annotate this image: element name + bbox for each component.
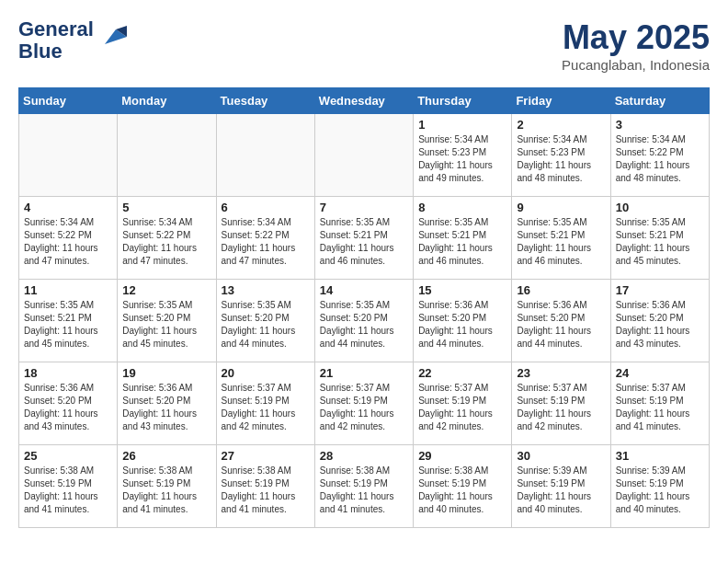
day-number: 9	[517, 201, 605, 214]
calendar-cell: 15Sunrise: 5:36 AMSunset: 5:20 PMDayligh…	[414, 280, 512, 362]
cell-details: Sunrise: 5:37 AMSunset: 5:19 PMDaylight:…	[616, 382, 704, 433]
calendar-cell: 1Sunrise: 5:34 AMSunset: 5:23 PMDaylight…	[414, 114, 512, 197]
day-number: 10	[616, 201, 704, 214]
day-number: 24	[616, 366, 704, 380]
cell-details: Sunrise: 5:36 AMSunset: 5:20 PMDaylight:…	[616, 299, 704, 350]
calendar-week-2: 4Sunrise: 5:34 AMSunset: 5:22 PMDaylight…	[19, 197, 710, 280]
calendar-cell: 22Sunrise: 5:37 AMSunset: 5:19 PMDayligh…	[414, 362, 512, 445]
month-title: May 2025	[562, 18, 710, 57]
calendar-cell: 7Sunrise: 5:35 AMSunset: 5:21 PMDaylight…	[314, 197, 413, 280]
day-number: 20	[222, 366, 310, 380]
day-number: 19	[122, 366, 210, 380]
weekday-header-friday: Friday	[512, 88, 610, 114]
cell-details: Sunrise: 5:37 AMSunset: 5:19 PMDaylight:…	[222, 382, 310, 433]
day-number: 25	[24, 449, 112, 463]
calendar-cell: 21Sunrise: 5:37 AMSunset: 5:19 PMDayligh…	[314, 362, 413, 445]
day-number: 21	[320, 366, 408, 380]
cell-details: Sunrise: 5:36 AMSunset: 5:20 PMDaylight:…	[24, 382, 112, 433]
title-block: May 2025 Pucanglaban, Indonesia	[562, 18, 710, 73]
calendar-cell: 20Sunrise: 5:37 AMSunset: 5:19 PMDayligh…	[216, 362, 314, 445]
day-number: 18	[24, 366, 112, 380]
cell-details: Sunrise: 5:34 AMSunset: 5:22 PMDaylight:…	[616, 133, 704, 185]
calendar-cell: 8Sunrise: 5:35 AMSunset: 5:21 PMDaylight…	[414, 197, 512, 280]
cell-details: Sunrise: 5:38 AMSunset: 5:19 PMDaylight:…	[122, 465, 210, 516]
day-number: 23	[517, 366, 605, 380]
calendar-week-4: 18Sunrise: 5:36 AMSunset: 5:20 PMDayligh…	[19, 362, 710, 445]
location: Pucanglaban, Indonesia	[562, 57, 710, 73]
calendar-cell: 9Sunrise: 5:35 AMSunset: 5:21 PMDaylight…	[512, 197, 610, 280]
calendar-cell: 29Sunrise: 5:38 AMSunset: 5:19 PMDayligh…	[414, 445, 512, 528]
cell-details: Sunrise: 5:34 AMSunset: 5:23 PMDaylight:…	[517, 133, 605, 185]
weekday-header-thursday: Thursday	[414, 88, 512, 114]
calendar-cell: 16Sunrise: 5:36 AMSunset: 5:20 PMDayligh…	[512, 280, 610, 362]
calendar-week-5: 25Sunrise: 5:38 AMSunset: 5:19 PMDayligh…	[19, 445, 710, 528]
weekday-header-sunday: Sunday	[19, 88, 118, 114]
calendar-cell	[216, 114, 314, 197]
cell-details: Sunrise: 5:34 AMSunset: 5:22 PMDaylight:…	[122, 216, 210, 268]
cell-details: Sunrise: 5:34 AMSunset: 5:23 PMDaylight:…	[418, 133, 506, 185]
cell-details: Sunrise: 5:35 AMSunset: 5:20 PMDaylight:…	[222, 299, 310, 350]
day-number: 26	[122, 449, 210, 463]
day-number: 12	[122, 283, 210, 297]
calendar-cell: 27Sunrise: 5:38 AMSunset: 5:19 PMDayligh…	[216, 445, 314, 528]
calendar-cell	[118, 114, 216, 197]
calendar-cell: 11Sunrise: 5:35 AMSunset: 5:21 PMDayligh…	[19, 280, 118, 362]
calendar-cell: 5Sunrise: 5:34 AMSunset: 5:22 PMDaylight…	[118, 197, 216, 280]
cell-details: Sunrise: 5:35 AMSunset: 5:21 PMDaylight:…	[517, 216, 605, 268]
calendar-cell: 31Sunrise: 5:39 AMSunset: 5:19 PMDayligh…	[610, 445, 709, 528]
day-number: 28	[320, 449, 408, 463]
day-number: 11	[24, 283, 112, 297]
cell-details: Sunrise: 5:37 AMSunset: 5:19 PMDaylight:…	[517, 382, 605, 433]
logo: GeneralBlue	[18, 18, 127, 63]
day-number: 16	[517, 283, 605, 297]
day-number: 8	[418, 201, 506, 214]
cell-details: Sunrise: 5:37 AMSunset: 5:19 PMDaylight:…	[320, 382, 408, 433]
cell-details: Sunrise: 5:35 AMSunset: 5:21 PMDaylight:…	[616, 216, 704, 268]
calendar-cell: 25Sunrise: 5:38 AMSunset: 5:19 PMDayligh…	[19, 445, 118, 528]
cell-details: Sunrise: 5:34 AMSunset: 5:22 PMDaylight:…	[222, 216, 310, 268]
calendar-cell: 10Sunrise: 5:35 AMSunset: 5:21 PMDayligh…	[610, 197, 709, 280]
day-number: 22	[418, 366, 506, 380]
cell-details: Sunrise: 5:39 AMSunset: 5:19 PMDaylight:…	[616, 465, 704, 516]
day-number: 29	[418, 449, 506, 463]
day-number: 17	[616, 283, 704, 297]
weekday-header-wednesday: Wednesday	[314, 88, 413, 114]
calendar-cell: 24Sunrise: 5:37 AMSunset: 5:19 PMDayligh…	[610, 362, 709, 445]
calendar-cell: 19Sunrise: 5:36 AMSunset: 5:20 PMDayligh…	[118, 362, 216, 445]
calendar-cell: 2Sunrise: 5:34 AMSunset: 5:23 PMDaylight…	[512, 114, 610, 197]
page-header: GeneralBlue May 2025 Pucanglaban, Indone…	[18, 18, 710, 73]
cell-details: Sunrise: 5:36 AMSunset: 5:20 PMDaylight:…	[418, 299, 506, 350]
day-number: 7	[320, 201, 408, 214]
calendar-cell: 12Sunrise: 5:35 AMSunset: 5:20 PMDayligh…	[118, 280, 216, 362]
calendar-week-3: 11Sunrise: 5:35 AMSunset: 5:21 PMDayligh…	[19, 280, 710, 362]
calendar-cell: 18Sunrise: 5:36 AMSunset: 5:20 PMDayligh…	[19, 362, 118, 445]
cell-details: Sunrise: 5:35 AMSunset: 5:21 PMDaylight:…	[418, 216, 506, 268]
cell-details: Sunrise: 5:38 AMSunset: 5:19 PMDaylight:…	[24, 465, 112, 516]
weekday-header-monday: Monday	[118, 88, 216, 114]
day-number: 2	[517, 118, 605, 132]
calendar-cell: 4Sunrise: 5:34 AMSunset: 5:22 PMDaylight…	[19, 197, 118, 280]
cell-details: Sunrise: 5:35 AMSunset: 5:21 PMDaylight:…	[320, 216, 408, 268]
cell-details: Sunrise: 5:36 AMSunset: 5:20 PMDaylight:…	[122, 382, 210, 433]
day-number: 13	[222, 283, 310, 297]
cell-details: Sunrise: 5:38 AMSunset: 5:19 PMDaylight:…	[418, 465, 506, 516]
calendar-cell: 26Sunrise: 5:38 AMSunset: 5:19 PMDayligh…	[118, 445, 216, 528]
calendar-week-1: 1Sunrise: 5:34 AMSunset: 5:23 PMDaylight…	[19, 114, 710, 197]
logo-text: GeneralBlue	[18, 18, 94, 63]
cell-details: Sunrise: 5:34 AMSunset: 5:22 PMDaylight:…	[24, 216, 112, 268]
cell-details: Sunrise: 5:37 AMSunset: 5:19 PMDaylight:…	[418, 382, 506, 433]
cell-details: Sunrise: 5:35 AMSunset: 5:20 PMDaylight:…	[320, 299, 408, 350]
day-number: 4	[24, 201, 112, 214]
day-number: 1	[418, 118, 506, 132]
calendar-cell: 13Sunrise: 5:35 AMSunset: 5:20 PMDayligh…	[216, 280, 314, 362]
cell-details: Sunrise: 5:39 AMSunset: 5:19 PMDaylight:…	[517, 465, 605, 516]
cell-details: Sunrise: 5:38 AMSunset: 5:19 PMDaylight:…	[320, 465, 408, 516]
calendar-cell: 3Sunrise: 5:34 AMSunset: 5:22 PMDaylight…	[610, 114, 709, 197]
weekday-header-saturday: Saturday	[610, 88, 709, 114]
calendar-cell: 28Sunrise: 5:38 AMSunset: 5:19 PMDayligh…	[314, 445, 413, 528]
day-number: 5	[122, 201, 210, 214]
cell-details: Sunrise: 5:36 AMSunset: 5:20 PMDaylight:…	[517, 299, 605, 350]
cell-details: Sunrise: 5:35 AMSunset: 5:21 PMDaylight:…	[24, 299, 112, 350]
day-number: 31	[616, 449, 704, 463]
calendar-cell: 6Sunrise: 5:34 AMSunset: 5:22 PMDaylight…	[216, 197, 314, 280]
